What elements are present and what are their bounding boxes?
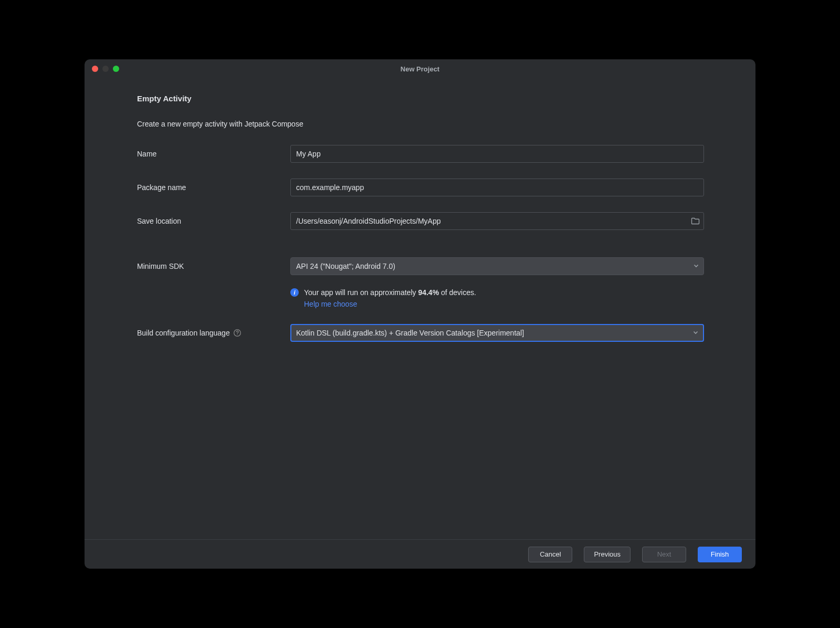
window-title: New Project <box>401 65 439 73</box>
help-icon[interactable] <box>233 329 242 337</box>
row-save-location: Save location <box>137 212 704 230</box>
new-project-dialog: New Project Empty Activity Create a new … <box>85 59 755 569</box>
label-package-name: Package name <box>137 183 290 192</box>
previous-button[interactable]: Previous <box>584 547 631 562</box>
window-controls <box>92 66 119 72</box>
titlebar: New Project <box>85 59 755 78</box>
row-package-name: Package name <box>137 179 704 196</box>
finish-button[interactable]: Finish <box>698 547 742 562</box>
sdk-hint-percent: 94.4% <box>418 288 439 297</box>
page-title: Empty Activity <box>137 94 704 103</box>
help-me-choose-link[interactable]: Help me choose <box>304 300 357 308</box>
label-name: Name <box>137 150 290 158</box>
save-location-input[interactable] <box>290 212 704 230</box>
svg-point-1 <box>237 334 237 335</box>
row-min-sdk: Minimum SDK API 24 ("Nougat"; Android 7.… <box>137 257 704 275</box>
build-lang-select[interactable]: Kotlin DSL (build.gradle.kts) + Gradle V… <box>290 324 704 342</box>
package-name-input[interactable] <box>290 179 704 196</box>
label-min-sdk: Minimum SDK <box>137 262 290 270</box>
name-input[interactable] <box>290 145 704 163</box>
browse-folder-icon[interactable] <box>691 217 700 225</box>
cancel-button[interactable]: Cancel <box>528 547 572 562</box>
minimize-window-icon <box>102 66 109 72</box>
label-save-location: Save location <box>137 217 290 225</box>
min-sdk-select[interactable]: API 24 ("Nougat"; Android 7.0) <box>290 257 704 275</box>
row-build-lang: Build configuration language Kotlin DSL … <box>137 324 704 342</box>
row-name: Name <box>137 145 704 163</box>
sdk-hint-suffix: of devices. <box>439 288 476 297</box>
page-subtitle: Create a new empty activity with Jetpack… <box>137 120 704 128</box>
info-icon: i <box>290 288 299 297</box>
build-lang-value: Kotlin DSL (build.gradle.kts) + Gradle V… <box>296 329 524 337</box>
sdk-hint-prefix: Your app will run on approximately <box>304 288 418 297</box>
chevron-down-icon <box>692 329 699 337</box>
chevron-down-icon <box>693 262 699 270</box>
close-window-icon[interactable] <box>92 66 98 72</box>
label-build-lang: Build configuration language <box>137 329 290 337</box>
maximize-window-icon[interactable] <box>113 66 119 72</box>
dialog-content: Empty Activity Create a new empty activi… <box>85 78 755 539</box>
dialog-footer: Cancel Previous Next Finish <box>85 539 755 569</box>
min-sdk-value: API 24 ("Nougat"; Android 7.0) <box>296 262 395 270</box>
next-button: Next <box>642 547 686 562</box>
sdk-hint: i Your app will run on approximately 94.… <box>137 287 704 310</box>
sdk-hint-text: Your app will run on approximately 94.4%… <box>304 287 476 310</box>
